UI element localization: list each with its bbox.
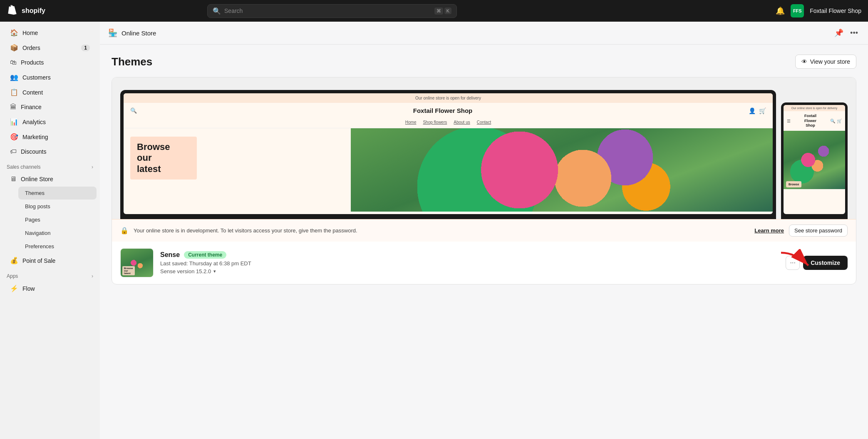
current-theme-badge: Current theme [184,251,226,259]
nav-link-about[interactable]: About us [454,120,470,125]
flow-icon: ⚡ [10,284,18,292]
online-store-icon: 🖥 [10,175,17,183]
mobile-search-icon: 🔍 [830,119,835,123]
topbar: shopify 🔍 ⌘ K 🔔 FFS Foxtail Flower Shop [0,0,868,22]
shopify-logo[interactable]: shopify [7,5,45,17]
sidebar-item-label: Analytics [22,119,46,125]
nav-link-contact[interactable]: Contact [477,120,491,125]
desktop-mockup: Our online store is open for delivery 🔍 … [120,90,776,219]
sidebar-item-home[interactable]: 🏠 Home [3,25,97,40]
more-options-button[interactable]: ••• [848,27,860,39]
sidebar-item-label: Orders [22,45,40,51]
mobile-banner: Our online store is open for delivery [784,105,845,111]
chevron-right-icon-apps: › [92,273,93,279]
eye-icon: 👁 [801,58,807,65]
sidebar-item-label: Flow [22,285,35,292]
sidebar-item-point-of-sale[interactable]: 💰 Point of Sale [3,253,97,268]
hero-text-box: Browseourlatest [130,137,197,180]
mobile-hero: Browse [784,131,845,189]
sidebar-item-customers[interactable]: 👥 Customers [3,70,97,85]
mobile-browse-text: Browse [786,181,801,187]
sidebar-item-label: Navigation [25,230,50,236]
sidebar-item-label: Home [22,30,38,36]
user-nav-icon: 👤 [749,107,756,114]
sidebar-item-products[interactable]: 🛍 Products [3,55,97,70]
finance-icon: 🏛 [10,103,17,111]
sidebar-item-label: Marketing [22,134,48,140]
home-icon: 🏠 [10,29,18,37]
mobile-screen: Our online store is open for delivery ☰ … [784,105,845,214]
content-icon: 📋 [10,88,18,96]
chevron-right-icon: › [92,164,93,170]
online-store-subnav: Themes Blog posts Pages Navigation Prefe… [0,187,100,253]
sidebar-item-online-store[interactable]: 🖥 Online Store [3,172,97,186]
apps-section: Apps › [0,268,100,281]
preview-area: Our online store is open for delivery 🔍 … [112,77,856,219]
sidebar-item-label: Content [22,89,43,96]
search-input[interactable] [224,7,431,14]
store-nav-links: Home Shop flowers About us Contact [124,118,773,128]
sidebar-item-navigation[interactable]: Navigation [18,227,97,239]
theme-actions: ··· Customize [786,256,848,270]
topbar-right: 🔔 FFS Foxtail Flower Shop [776,4,861,17]
pin-button[interactable]: 📌 [833,27,845,39]
nav-link-shop[interactable]: Shop flowers [423,120,447,125]
sidebar-item-discounts[interactable]: 🏷 Discounts [3,145,97,159]
nav-link-home[interactable]: Home [405,120,417,125]
desktop-screen: Our online store is open for delivery 🔍 … [124,93,773,214]
notification-bell-icon[interactable]: 🔔 [776,6,785,15]
sidebar-item-blog-posts[interactable]: Blog posts [18,200,97,213]
themes-title: Themes [112,55,152,68]
theme-version[interactable]: Sense version 15.2.0 ▾ [160,268,779,274]
flower-decoration [351,128,773,212]
store-hero: Browseourlatest [124,128,773,212]
sidebar-item-analytics[interactable]: 📊 Analytics [3,115,97,129]
sidebar-item-themes[interactable]: Themes [18,187,97,200]
customers-icon: 👥 [10,73,18,81]
view-store-button[interactable]: 👁 View your store [795,55,856,69]
mobile-store-title: FoxtailFlowerShop [804,114,816,128]
store-nav-title: Foxtail Flower Shop [137,107,749,114]
sidebar-item-orders[interactable]: 📦 Orders 1 [3,40,97,55]
sidebar-item-content[interactable]: 📋 Content [3,85,97,100]
sidebar-item-marketing[interactable]: 🎯 Marketing [3,130,97,144]
sidebar-item-label: Pages [25,217,40,223]
sidebar-item-label: Discounts [21,148,46,155]
content-area: 🏪 Online Store 📌 ••• Themes 👁 View your … [100,22,868,439]
thumbnail-browse-text: Browseourlatest [122,266,135,275]
mobile-menu-icon: ☰ [787,119,791,123]
search-icon: 🔍 [213,7,221,15]
avatar[interactable]: FFS [791,4,804,17]
store-nav: 🔍 Foxtail Flower Shop 👤 🛒 [124,103,773,118]
sidebar: 🏠 Home 📦 Orders 1 🛍 Products 👥 Customers… [0,22,100,439]
customize-button[interactable]: Customize [803,256,848,270]
sidebar-item-label: Online Store [21,176,53,182]
theme-saved-time: Last saved: Thursday at 6:38 pm EDT [160,260,779,267]
sidebar-item-flow[interactable]: ⚡ Flow [3,281,97,296]
content-header: 🏪 Online Store 📌 ••• [100,22,868,45]
sidebar-item-preferences[interactable]: Preferences [18,240,97,253]
content-header-title: Online Store [122,30,828,37]
sidebar-item-finance[interactable]: 🏛 Finance [3,100,97,114]
see-password-button[interactable]: See store password [789,224,848,237]
theme-thumbnail-inner: Browseourlatest [121,249,153,277]
theme-preview-card: Our online store is open for delivery 🔍 … [112,77,856,284]
sidebar-item-pages[interactable]: Pages [18,213,97,226]
theme-name: Sense [160,251,180,259]
main-layout: 🏠 Home 📦 Orders 1 🛍 Products 👥 Customers… [0,22,868,439]
theme-more-button[interactable]: ··· [786,256,800,270]
red-arrow-annotation [769,249,823,278]
sidebar-item-label: Preferences [25,243,54,249]
mobile-nav: ☰ FoxtailFlowerShop 🔍 🛒 [784,111,845,131]
products-icon: 🛍 [10,59,17,66]
themes-content: Themes 👁 View your store Our online stor… [100,45,868,294]
learn-more-link[interactable]: Learn more [754,227,784,234]
sidebar-item-label: Finance [21,104,42,110]
orders-badge: 1 [81,45,90,51]
content-header-actions: 📌 ••• [833,27,860,39]
theme-meta: Sense Current theme Last saved: Thursday… [160,251,779,274]
search-bar[interactable]: 🔍 ⌘ K [207,4,457,18]
hero-browse-text: Browseourlatest [137,142,190,175]
pos-icon: 💰 [10,257,18,264]
hero-flower-image [351,128,773,212]
